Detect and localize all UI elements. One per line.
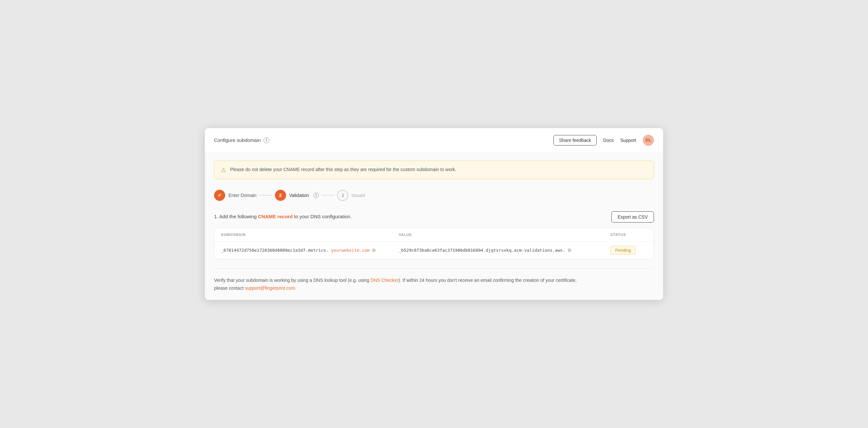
value-content: _b529c6f3ba6ce63fac371906db816894.djqtsr… <box>399 248 597 253</box>
status-badge: Pending <box>611 246 636 255</box>
warning-text: Please do not delete your CNAME record a… <box>230 166 456 173</box>
subdomain-cell: _67814472d750e1728360d8809ec1a3d7.metric… <box>214 241 392 259</box>
col-subdomain: SUBDOMAIN <box>214 228 392 241</box>
col-status: STATUS <box>604 228 654 241</box>
value-text: _b529c6f3ba6ce63fac371906db816894.djqtsr… <box>399 248 565 253</box>
divider <box>214 268 654 269</box>
stepper: ✓ Enter Domain 2 Validation ℹ 3 Issued <box>214 190 654 201</box>
connector-2-3 <box>321 195 335 196</box>
subdomain-content: _67814472d750e1728360d8809ec1a3d7.metric… <box>221 248 385 253</box>
table-row: _67814472d750e1728360d8809ec1a3d7.metric… <box>214 241 654 259</box>
header-right: Share feedback Docs Support DL <box>554 135 654 146</box>
share-feedback-button[interactable]: Share feedback <box>554 135 597 145</box>
content-area: ⚠ Please do not delete your CNAME record… <box>205 153 663 300</box>
section-description: 1. Add the following CNAME record to you… <box>214 213 351 221</box>
status-cell: Pending <box>604 241 654 259</box>
section-header: 1. Add the following CNAME record to you… <box>214 211 654 223</box>
step-3: 3 Issued <box>337 190 365 201</box>
step-1-circle: ✓ <box>214 190 225 201</box>
step-3-circle: 3 <box>337 190 348 201</box>
support-email-link[interactable]: support@fingerprint.com <box>245 285 295 291</box>
footer-text: Verify that your subdomain is working by… <box>214 277 654 292</box>
table-header-row: SUBDOMAIN VALUE STATUS <box>214 228 654 241</box>
step-1-label: Enter Domain <box>228 193 257 198</box>
cname-label: CNAME record <box>258 214 292 219</box>
col-value: VALUE <box>392 228 604 241</box>
step-2-circle: 2 <box>275 190 286 201</box>
value-cell: _b529c6f3ba6ce63fac371906db816894.djqtsr… <box>392 241 604 259</box>
step-3-label: Issued <box>351 193 365 198</box>
description-prefix: 1. Add the following <box>214 214 258 219</box>
main-window: Configure subdomain ℹ Share feedback Doc… <box>205 128 663 300</box>
connector-1-2 <box>259 195 272 196</box>
info-icon[interactable]: ℹ <box>264 137 269 143</box>
docs-link[interactable]: Docs <box>603 138 614 143</box>
header-left: Configure subdomain ℹ <box>214 137 269 143</box>
footer-text-line2-after: . <box>295 285 297 291</box>
support-link[interactable]: Support <box>620 138 636 143</box>
step-2: 2 Validation ℹ <box>275 190 319 201</box>
warning-icon: ⚠ <box>221 167 226 174</box>
subdomain-suffix-text: yourwebsite.com <box>331 248 370 253</box>
avatar[interactable]: DL <box>643 135 654 146</box>
footer-text-line2-before: please contact <box>214 285 245 291</box>
subdomain-copy-icon[interactable]: ⧉ <box>372 248 375 253</box>
dns-table: SUBDOMAIN VALUE STATUS _67814472d750e172… <box>214 228 654 259</box>
footer-text-before-link: Verify that your subdomain is working by… <box>214 278 371 283</box>
dns-checker-link[interactable]: DNS Checker <box>371 278 399 283</box>
footer-text-after-link: ). If within 24 hours you don't receive … <box>398 278 577 283</box>
step-2-label: Validation <box>289 193 309 198</box>
step-1: ✓ Enter Domain <box>214 190 257 201</box>
page-title: Configure subdomain <box>214 137 261 143</box>
dns-table-container: SUBDOMAIN VALUE STATUS _67814472d750e172… <box>214 228 654 259</box>
description-suffix: to your DNS configuration. <box>292 214 351 219</box>
subdomain-prefix-text: _67814472d750e1728360d8809ec1a3d7.metric… <box>221 248 329 253</box>
step-2-info-icon[interactable]: ℹ <box>314 193 319 198</box>
export-csv-button[interactable]: Export as CSV <box>611 211 654 223</box>
warning-banner: ⚠ Please do not delete your CNAME record… <box>214 161 654 179</box>
header: Configure subdomain ℹ Share feedback Doc… <box>205 128 663 153</box>
value-copy-icon[interactable]: ⧉ <box>568 248 571 253</box>
